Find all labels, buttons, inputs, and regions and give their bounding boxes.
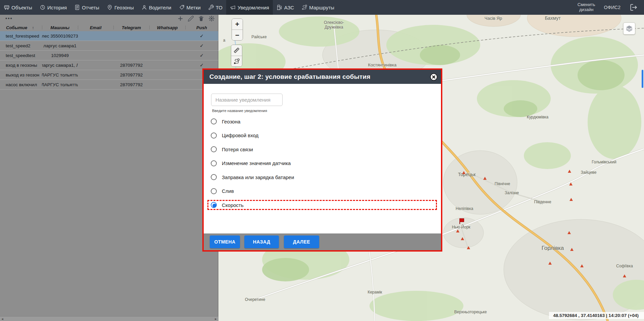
add-button[interactable] [177,15,184,23]
map-scrollbar-thumb[interactable] [642,70,643,88]
measure-ruler-button[interactable] [231,45,242,56]
column-header-email[interactable]: Email [78,24,113,31]
edit-button[interactable] [187,15,194,23]
scroll-left-arrow-icon[interactable]: ◄ [0,317,5,321]
dialog-body: Введите название уведомления ГеозонаЦифр… [204,84,441,234]
table-row[interactable]: вход в геозоныларгус самара1, Л287097792… [0,60,218,70]
radio-option-sensor-value-change[interactable]: Изменение значения датчика [211,159,291,168]
close-icon[interactable] [430,73,438,81]
dialog-footer: ОТМЕНА НАЗАД ДАЛЕЕ [204,233,441,250]
push-cell: ✓ [185,41,218,50]
nav-item-tags[interactable]: Метки [175,0,204,15]
whatsapp-cell [149,31,185,41]
delete-button[interactable] [197,15,205,23]
column-header-машины[interactable]: Машины [42,24,78,31]
map-layers-button[interactable] [623,22,635,35]
notifications-table: test_forestspeedлес 35500109273✓test_spe… [0,31,218,90]
tags-icon [179,4,185,10]
radio-button-refuel-or-battery-charge[interactable] [211,174,217,180]
zoom-control: + − [232,18,243,41]
email-cell [78,60,113,70]
radio-option-speed[interactable]: Скорость [211,200,244,210]
machines-cell: 1029949 [42,51,78,60]
column-header-telegram[interactable]: Telegram [113,24,149,31]
column-label: Событие [6,25,27,30]
zoom-in-button[interactable]: + [232,19,243,30]
whatsapp-cell [149,60,185,70]
radio-button-digital-input[interactable] [211,132,217,139]
email-cell [78,70,113,79]
column-header-событие[interactable]: Событие↑ [0,24,42,31]
nav-item-label: Уведомления [238,5,269,10]
radio-option-digital-input[interactable]: Цифровой вход [211,131,258,140]
radio-option-label: Потеря связи [222,147,253,152]
telegram-cell: 287097792 [113,70,149,79]
email-cell [78,51,113,60]
nav-item-geofences[interactable]: Геозоны [103,0,138,15]
machines-cell: ларгус самара1, Л [42,60,78,70]
maintenance-icon [208,4,214,10]
column-label: Telegram [122,25,141,30]
radio-option-drain[interactable]: Слив [211,186,234,196]
nav-item-maintenance[interactable]: ТО [204,0,226,15]
poi-triangle-marker [462,171,465,174]
add-icon [177,15,184,23]
notifications-icon [230,4,236,10]
nav-item-label: ТО [216,5,222,10]
radio-button-geozone[interactable] [211,118,217,124]
notifications-panel: ••• Событие↑МашиныEmailTelegramWhatsappP… [0,15,218,321]
scroll-right-arrow-icon[interactable]: ► [213,317,218,321]
column-header-push[interactable]: Push [185,24,218,31]
table-row[interactable]: test_speedtest1029949✓ [0,51,218,60]
settings-button[interactable] [208,15,215,23]
whatsapp-cell [149,41,185,50]
whatsapp-cell [149,70,185,79]
radio-button-drain[interactable] [211,188,217,194]
radio-option-connection-loss[interactable]: Потеря связи [211,145,253,154]
radio-option-label: Слив [222,188,234,194]
table-row[interactable]: test_forestspeedлес 35500109273✓ [0,31,218,41]
telegram-cell [113,31,149,41]
event-cell: насос включил [0,80,42,89]
nav-right-section: Сменить дизайн ОФИС2 [578,0,644,15]
table-row[interactable]: test_speed2ларгус самара1✓ [0,41,218,51]
nav-item-notifications[interactable]: Уведомления [226,0,273,15]
radio-option-label: Геозона [222,119,240,124]
change-design-link[interactable]: Сменить дизайн [578,2,595,12]
geofences-icon [107,4,113,10]
zoom-out-button[interactable]: − [232,30,243,40]
back-button[interactable]: НАЗАД [244,235,279,248]
dialog-title: Создание, шаг 2: условие срабатывания со… [204,73,370,81]
radio-option-refuel-or-battery-charge[interactable]: Заправка или зарядка батареи [211,172,294,182]
horizontal-scrollbar[interactable]: ◄ ► [0,316,218,321]
radio-option-label: Скорость [222,202,244,208]
nav-item-fuel-stations[interactable]: АЗС [273,0,298,15]
radio-button-speed[interactable] [211,202,217,208]
machines-cell: ЛАРГУС тольятть [42,80,78,89]
table-header: Событие↑МашиныEmailTelegramWhatsappPush [0,24,218,31]
route-tool-button[interactable] [231,56,242,66]
column-header-whatsapp[interactable]: Whatsapp [149,24,185,31]
radio-option-geozone[interactable]: Геозона [211,117,240,126]
nav-item-drivers[interactable]: Водители [138,0,175,15]
nav-item-routes[interactable]: Маршруты [298,0,338,15]
machines-cell: лес 35500109273 [42,31,78,41]
radio-button-connection-loss[interactable] [211,146,217,152]
radio-button-sensor-value-change[interactable] [211,160,217,166]
column-label: Push [196,25,207,30]
logout-icon[interactable] [629,3,638,12]
more-menu-button[interactable]: ••• [5,15,13,21]
poi-triangle-marker [483,177,487,180]
nav-item-objects[interactable]: Объекты [0,0,36,15]
notification-name-input[interactable] [211,94,283,106]
cancel-button[interactable]: ОТМЕНА [210,235,240,248]
table-row[interactable]: выход из геозонЛАРГУС тольятть287097792 [0,70,218,80]
coordinates-status-bar: 48.5792684 , 37.4140163 | 14:20:07 (+04) [549,312,644,319]
nav-item-reports[interactable]: Отчеты [70,0,103,15]
next-button[interactable]: ДАЛЕЕ [284,235,319,248]
telegram-cell [113,51,149,60]
column-label: Whatsapp [157,25,178,30]
table-row[interactable]: насос включилЛАРГУС тольятть287097792 [0,80,218,90]
user-account-label[interactable]: ОФИС2 [604,5,621,10]
nav-item-history[interactable]: История [36,0,70,15]
